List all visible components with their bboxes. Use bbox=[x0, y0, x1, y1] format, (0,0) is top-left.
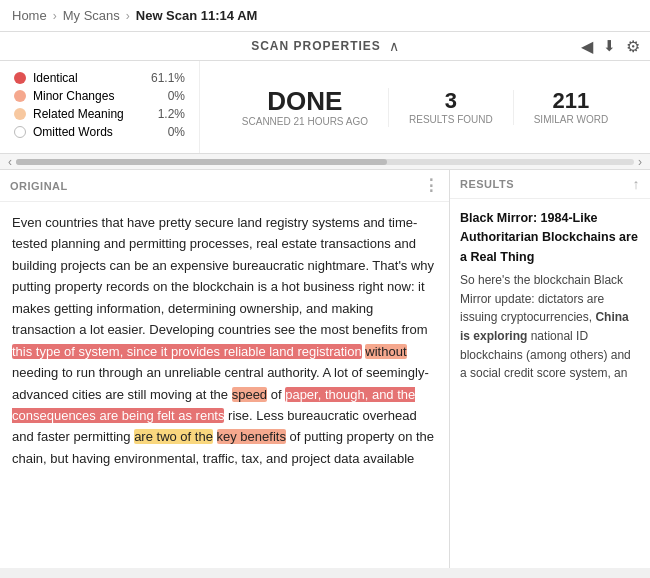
results-body[interactable]: Black Mirror: 1984-Like Authoritarian Bl… bbox=[450, 199, 650, 568]
stat-results-main: 3 bbox=[409, 90, 493, 112]
legend-panel: Identical 61.1% Minor Changes 0% Related… bbox=[0, 61, 200, 153]
scroll-left-arrow[interactable]: ‹ bbox=[4, 155, 16, 169]
original-menu-icon[interactable]: ⋮ bbox=[423, 176, 440, 195]
legend-label-related: Related Meaning bbox=[33, 107, 124, 121]
legend-omitted: Omitted Words 0% bbox=[14, 125, 185, 139]
result-0-title[interactable]: Black Mirror: 1984-Like Authoritarian Bl… bbox=[460, 209, 640, 267]
breadcrumb-chevron-2: › bbox=[126, 9, 130, 23]
highlight-orange-1: without bbox=[365, 344, 406, 359]
settings-icon[interactable]: ⚙ bbox=[626, 37, 640, 56]
original-text-body[interactable]: Even countries that have pretty secure l… bbox=[0, 202, 449, 568]
breadcrumb-home[interactable]: Home bbox=[12, 8, 47, 23]
legend-label-identical: Identical bbox=[33, 71, 78, 85]
stat-results-sub: RESULTS FOUND bbox=[409, 114, 493, 125]
original-text: Even countries that have pretty secure l… bbox=[12, 212, 437, 469]
legend-label-omitted: Omitted Words bbox=[33, 125, 113, 139]
stats-row: Identical 61.1% Minor Changes 0% Related… bbox=[0, 61, 650, 154]
legend-label-minor: Minor Changes bbox=[33, 89, 114, 103]
results-label: RESULTS bbox=[460, 178, 514, 190]
original-panel: ORIGINAL ⋮ Even countries that have pret… bbox=[0, 170, 450, 568]
legend-minor: Minor Changes 0% bbox=[14, 89, 185, 103]
highlight-orange-2: speed bbox=[232, 387, 267, 402]
scroll-track[interactable] bbox=[16, 159, 634, 165]
legend-pct-omitted: 0% bbox=[168, 125, 185, 139]
highlight-red-1: this type of system, since it provides r… bbox=[12, 344, 362, 359]
highlight-yellow-1: are two of the bbox=[134, 429, 213, 444]
results-panel-header: RESULTS ↑ bbox=[450, 170, 650, 199]
results-sort-icon[interactable]: ↑ bbox=[633, 176, 641, 192]
breadcrumb-my-scans[interactable]: My Scans bbox=[63, 8, 120, 23]
breadcrumb: Home › My Scans › New Scan 11:14 AM bbox=[0, 0, 650, 32]
main-content: ORIGINAL ⋮ Even countries that have pret… bbox=[0, 170, 650, 568]
legend-related: Related Meaning 1.2% bbox=[14, 107, 185, 121]
share-icon[interactable]: ◀ bbox=[581, 37, 593, 56]
toolbar-icons: ◀ ⬇ ⚙ bbox=[581, 37, 640, 56]
stat-done-main: DONE bbox=[242, 88, 368, 114]
original-panel-header: ORIGINAL ⋮ bbox=[0, 170, 449, 202]
scan-properties-label[interactable]: SCAN PROPERTIES bbox=[251, 39, 381, 53]
stat-similar: 211 SIMILAR WORD bbox=[514, 90, 628, 125]
legend-dot-identical bbox=[14, 72, 26, 84]
scroll-bar-row[interactable]: ‹ › bbox=[0, 154, 650, 170]
highlight-red-2: paper, though, and the consequences are … bbox=[12, 387, 415, 423]
stat-similar-main: 211 bbox=[534, 90, 608, 112]
legend-dot-minor bbox=[14, 90, 26, 102]
stat-done: DONE SCANNED 21 HOURS AGO bbox=[222, 88, 389, 127]
result-0-text: So here's the blockchain Black Mirror up… bbox=[460, 271, 640, 383]
stat-similar-sub: SIMILAR WORD bbox=[534, 114, 608, 125]
legend-identical: Identical 61.1% bbox=[14, 71, 185, 85]
scan-properties-chevron[interactable]: ∧ bbox=[389, 38, 399, 54]
scroll-thumb[interactable] bbox=[16, 159, 387, 165]
legend-pct-identical: 61.1% bbox=[151, 71, 185, 85]
breadcrumb-chevron-1: › bbox=[53, 9, 57, 23]
scan-properties-bar: SCAN PROPERTIES ∧ ◀ ⬇ ⚙ bbox=[0, 32, 650, 61]
legend-pct-related: 1.2% bbox=[158, 107, 185, 121]
download-icon[interactable]: ⬇ bbox=[603, 37, 616, 56]
legend-dot-omitted bbox=[14, 126, 26, 138]
legend-dot-related bbox=[14, 108, 26, 120]
results-panel: RESULTS ↑ Black Mirror: 1984-Like Author… bbox=[450, 170, 650, 568]
scroll-right-arrow[interactable]: › bbox=[634, 155, 646, 169]
stats-center: DONE SCANNED 21 HOURS AGO 3 RESULTS FOUN… bbox=[200, 61, 650, 153]
legend-pct-minor: 0% bbox=[168, 89, 185, 103]
breadcrumb-current: New Scan 11:14 AM bbox=[136, 8, 258, 23]
original-label: ORIGINAL bbox=[10, 180, 68, 192]
stat-results: 3 RESULTS FOUND bbox=[389, 90, 514, 125]
highlight-orange-3: key benefits bbox=[217, 429, 286, 444]
stat-done-sub: SCANNED 21 HOURS AGO bbox=[242, 116, 368, 127]
